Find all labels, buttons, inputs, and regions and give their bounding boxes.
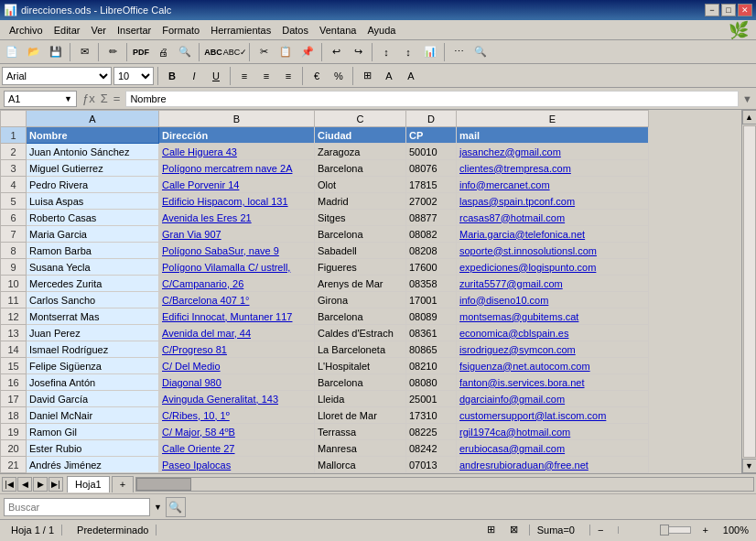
cell-r17c3[interactable]: Lleida xyxy=(315,391,406,407)
cell-r12c3[interactable]: Barcelona xyxy=(315,308,406,325)
cell-r1c3[interactable]: Ciudad xyxy=(315,127,406,144)
cell-r13c1[interactable]: Juan Perez xyxy=(27,325,159,341)
new-btn[interactable]: 📄 xyxy=(2,42,22,62)
cell-r19c1[interactable]: Ramon Gil xyxy=(27,424,159,440)
cell-r3c1[interactable]: Miguel Gutierrez xyxy=(27,160,159,177)
sigma-icon[interactable]: Σ xyxy=(99,92,110,105)
cell-r4c1[interactable]: Pedro Rivera xyxy=(27,177,159,193)
row-header-19[interactable]: 19 xyxy=(1,424,27,440)
row-header-4[interactable]: 4 xyxy=(1,177,27,193)
cell-r9c3[interactable]: Figueres xyxy=(315,259,406,276)
open-btn[interactable]: 📂 xyxy=(24,42,44,62)
sort-asc-btn[interactable]: ↕ xyxy=(376,42,396,62)
cell-r20c5[interactable]: erubiocasa@gmail.com xyxy=(457,440,649,457)
cell-r16c4[interactable]: 08080 xyxy=(406,374,457,391)
menu-formato[interactable]: Formato xyxy=(157,23,205,38)
cell-r7c5[interactable]: Maria.garcia@telefonica.net xyxy=(457,226,649,243)
col-header-b[interactable]: B xyxy=(159,111,315,127)
cell-r11c3[interactable]: Girona xyxy=(315,292,406,308)
cell-r15c4[interactable]: 08210 xyxy=(406,358,457,374)
cell-r18c5[interactable]: customersupport@lat.iscom.com xyxy=(457,407,649,424)
cell-r10c2[interactable]: C/Campanario, 26 xyxy=(159,276,315,292)
col-header-e[interactable]: E xyxy=(457,111,649,127)
cell-r7c2[interactable]: Gran Via 907 xyxy=(159,226,315,243)
row-header-14[interactable]: 14 xyxy=(1,341,27,358)
cell-r11c5[interactable]: info@diseno10.com xyxy=(457,292,649,308)
cell-r9c1[interactable]: Susana Yecla xyxy=(27,259,159,276)
zoom-plus-btn[interactable]: + xyxy=(698,525,711,536)
cell-r19c2[interactable]: C/ Major, 58 4ºB xyxy=(159,424,315,440)
cell-r10c5[interactable]: zurita5577@gmail.com xyxy=(457,276,649,292)
zoom-minus-btn[interactable]: − xyxy=(589,525,610,536)
cell-r6c1[interactable]: Roberto Casas xyxy=(27,210,159,226)
cell-r4c3[interactable]: Olot xyxy=(315,177,406,193)
cell-r10c3[interactable]: Arenys de Mar xyxy=(315,276,406,292)
cell-reference-box[interactable]: A1 ▼ xyxy=(4,91,77,107)
formula-input[interactable] xyxy=(125,91,739,107)
cell-r21c4[interactable]: 07013 xyxy=(406,457,457,473)
fx-icon[interactable]: ƒx xyxy=(81,92,97,105)
pdf-btn[interactable]: PDF xyxy=(131,42,151,62)
row-header-11[interactable]: 11 xyxy=(1,292,27,308)
sort-desc-btn[interactable]: ↕ xyxy=(398,42,418,62)
cell-r2c2[interactable]: Calle Higuera 43 xyxy=(159,144,315,160)
cut-btn[interactable]: ✂ xyxy=(254,42,274,62)
menu-archivo[interactable]: Archivo xyxy=(4,23,49,38)
cell-r6c5[interactable]: rcasas87@hotmail.com xyxy=(457,210,649,226)
undo-btn[interactable]: ↩ xyxy=(326,42,346,62)
cell-r10c4[interactable]: 08358 xyxy=(406,276,457,292)
cell-r18c3[interactable]: Lloret de Mar xyxy=(315,407,406,424)
cell-r2c4[interactable]: 50010 xyxy=(406,144,457,160)
cell-r7c3[interactable]: Barcelona xyxy=(315,226,406,243)
underline-btn[interactable]: U xyxy=(206,66,226,86)
cell-r18c2[interactable]: C/Ribes, 10, 1º xyxy=(159,407,315,424)
font-color-btn[interactable]: A xyxy=(401,66,421,86)
row-header-12[interactable]: 12 xyxy=(1,308,27,325)
cell-r16c2[interactable]: Diagonal 980 xyxy=(159,374,315,391)
horizontal-scrollbar[interactable] xyxy=(135,477,754,492)
font-select[interactable]: Arial xyxy=(2,67,112,85)
cell-r11c1[interactable]: Carlos Sancho xyxy=(27,292,159,308)
expand-formula-btn[interactable]: ▼ xyxy=(742,93,752,104)
redo-btn[interactable]: ↪ xyxy=(348,42,368,62)
cell-r11c4[interactable]: 17001 xyxy=(406,292,457,308)
cell-r21c3[interactable]: Mallorca xyxy=(315,457,406,473)
menu-editar[interactable]: Editar xyxy=(49,23,86,38)
row-header-5[interactable]: 5 xyxy=(1,193,27,210)
cell-r3c2[interactable]: Polígono mercatrem nave 2A xyxy=(159,160,315,177)
cell-r16c5[interactable]: fanton@is.services.bora.net xyxy=(457,374,649,391)
col-header-c[interactable]: C xyxy=(315,111,406,127)
menu-ventana[interactable]: Ventana xyxy=(314,23,362,38)
cell-r8c2[interactable]: Polígono SabaSur, nave 9 xyxy=(159,243,315,259)
cell-r9c5[interactable]: expediciones@logispunto.com xyxy=(457,259,649,276)
scroll-up-btn[interactable]: ▲ xyxy=(742,110,757,124)
row-header-9[interactable]: 9 xyxy=(1,259,27,276)
cell-r17c4[interactable]: 25001 xyxy=(406,391,457,407)
cell-r16c1[interactable]: Josefina Antón xyxy=(27,374,159,391)
cell-r1c5[interactable]: mail xyxy=(457,127,649,144)
cell-r12c2[interactable]: Edifici Innocat, Muntaner 117 xyxy=(159,308,315,325)
cell-r13c3[interactable]: Caldes d'Estrach xyxy=(315,325,406,341)
row-header-16[interactable]: 16 xyxy=(1,374,27,391)
cell-r17c2[interactable]: Avinguda Generalitat, 143 xyxy=(159,391,315,407)
cell-r7c4[interactable]: 08082 xyxy=(406,226,457,243)
maximize-button[interactable]: □ xyxy=(721,4,736,16)
align-left-btn[interactable]: ≡ xyxy=(234,66,254,86)
cell-r9c4[interactable]: 17600 xyxy=(406,259,457,276)
print-btn[interactable]: 🖨 xyxy=(153,42,173,62)
cell-r14c2[interactable]: C/Progreso 81 xyxy=(159,341,315,358)
row-header-15[interactable]: 15 xyxy=(1,358,27,374)
cell-r3c3[interactable]: Barcelona xyxy=(315,160,406,177)
row-header-6[interactable]: 6 xyxy=(1,210,27,226)
cell-r6c2[interactable]: Avenida les Eres 21 xyxy=(159,210,315,226)
cell-r8c1[interactable]: Ramon Barba xyxy=(27,243,159,259)
cell-r1c4[interactable]: CP xyxy=(406,127,457,144)
cell-r2c5[interactable]: jasanchez@gmail.com xyxy=(457,144,649,160)
cell-r21c1[interactable]: Andrés Jiménez xyxy=(27,457,159,473)
cell-r4c5[interactable]: info@mercanet.com xyxy=(457,177,649,193)
cell-r5c2[interactable]: Edificio Hispacom, local 131 xyxy=(159,193,315,210)
cell-r20c4[interactable]: 08242 xyxy=(406,440,457,457)
close-button[interactable]: ✕ xyxy=(738,4,752,16)
cell-ref-dropdown[interactable]: ▼ xyxy=(64,94,72,103)
row-header-7[interactable]: 7 xyxy=(1,226,27,243)
